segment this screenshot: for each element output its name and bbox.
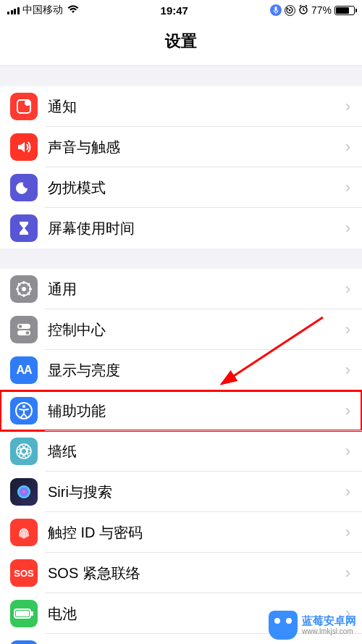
page-title: 设置 [0,20,362,66]
svg-point-6 [22,287,26,291]
chevron-right-icon: › [345,401,350,420]
svg-point-4 [25,100,30,106]
settings-row-label: 通用 [48,280,345,299]
battery-icon [10,600,38,627]
status-bar: 中国移动 19:47 77% [0,0,362,20]
accessibility-icon [10,397,38,425]
general-icon [10,275,38,303]
settings-row-label: 声音与触感 [48,138,345,157]
svg-point-15 [17,449,31,454]
watermark-robot-icon [269,611,298,640]
notifications-icon [10,93,38,120]
settings-row-wallpaper[interactable]: 墙纸› [0,431,362,472]
svg-rect-20 [31,611,33,616]
settings-row-label: 显示与亮度 [48,361,345,380]
watermark-url: www.lmkjsl.com [302,627,356,635]
chevron-right-icon: › [345,361,350,380]
settings-row-sounds[interactable]: 声音与触感› [0,127,362,167]
rotation-lock-icon [285,5,295,16]
battery-pct: 77% [311,4,332,16]
settings-row-touchid[interactable]: 触控 ID 与密码› [0,512,362,553]
wifi-icon [67,4,79,16]
chevron-right-icon: › [345,138,350,156]
settings-row-dnd[interactable]: 勿扰模式› [0,167,362,208]
svg-point-8 [19,325,22,328]
signal-icon [7,6,20,14]
svg-rect-0 [274,7,277,11]
wallpaper-icon [10,438,38,465]
sos-icon: SOS [10,559,38,587]
settings-row-siri[interactable]: Siri与搜索› [0,472,362,512]
svg-rect-21 [16,611,29,616]
svg-point-13 [17,444,31,459]
touchid-icon [10,519,38,546]
settings-row-accessibility[interactable]: 辅助功能› [0,390,362,431]
settings-row-screentime[interactable]: 屏幕使用时间› [0,208,362,248]
chevron-right-icon: › [345,219,350,238]
settings-row-label: 屏幕使用时间 [48,219,345,238]
controlcenter-icon [10,316,38,343]
status-right: 77% [270,4,355,17]
settings-row-label: 勿扰模式 [48,178,345,198]
chevron-right-icon: › [345,482,350,501]
chevron-right-icon: › [345,97,350,116]
settings-group-1: 通知›声音与触感›勿扰模式›屏幕使用时间› [0,86,362,248]
screentime-icon [10,214,38,242]
settings-row-label: Siri与搜索 [48,482,345,502]
chevron-right-icon: › [345,320,350,339]
chevron-right-icon: › [345,442,350,461]
sounds-icon [10,133,38,161]
chevron-right-icon: › [345,280,350,298]
settings-row-label: SOS 紧急联络 [48,564,345,583]
settings-row-label: 触控 ID 与密码 [48,523,345,543]
watermark-brand: 蓝莓安卓网 [302,615,356,627]
chevron-right-icon: › [345,564,350,582]
svg-rect-1 [289,9,290,11]
display-icon: AA [10,356,38,384]
settings-group-2: 通用›控制中心›AA显示与亮度›辅助功能›墙纸›Siri与搜索›触控 ID 与密… [0,269,362,644]
settings-row-notifications[interactable]: 通知› [0,86,362,127]
settings-row-label: 控制中心 [48,320,345,340]
siri-icon [10,478,38,506]
svg-point-10 [26,331,30,335]
settings-row-label: 墙纸 [48,442,345,461]
dnd-icon [10,174,38,201]
chevron-right-icon: › [345,523,350,542]
svg-point-18 [17,485,30,498]
settings-row-general[interactable]: 通用› [0,269,362,309]
voice-control-icon [270,4,282,16]
settings-row-label: 辅助功能 [48,401,345,421]
battery-icon [334,6,355,15]
settings-row-sos[interactable]: SOSSOS 紧急联络› [0,553,362,593]
alarm-icon [298,4,308,17]
chevron-right-icon: › [345,178,350,197]
settings-row-display[interactable]: AA显示与亮度› [0,350,362,390]
settings-row-label: 通知 [48,97,345,117]
svg-point-12 [22,405,25,408]
status-time: 19:47 [161,4,188,17]
privacy-icon [10,640,38,644]
watermark: 蓝莓安卓网 www.lmkjsl.com [269,611,356,640]
status-left: 中国移动 [7,4,79,17]
settings-row-controlcenter[interactable]: 控制中心› [0,309,362,350]
carrier-label: 中国移动 [22,4,63,17]
